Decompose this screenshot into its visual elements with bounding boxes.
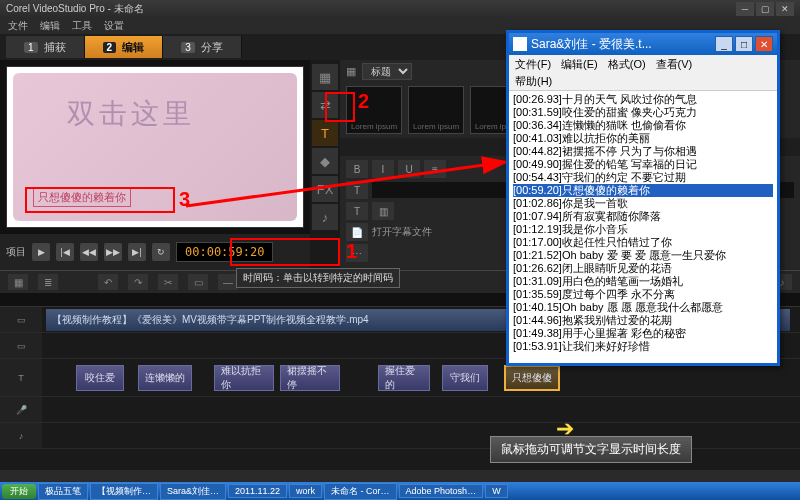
- notepad-app-icon: [513, 37, 527, 51]
- title-track-icon[interactable]: T: [0, 359, 42, 396]
- tab-capture[interactable]: 1捕获: [6, 36, 85, 58]
- rewind-button[interactable]: ◀◀: [80, 243, 98, 261]
- window-controls: ─ ▢ ✕: [736, 2, 794, 16]
- media-icon[interactable]: ▦: [312, 64, 338, 90]
- loop-button[interactable]: ↻: [152, 243, 170, 261]
- play-button[interactable]: ▶: [32, 243, 50, 261]
- lyric-line[interactable]: [00:26.93]十月的天气 风吹过你的气息: [513, 93, 773, 106]
- notepad-minimize-button[interactable]: _: [715, 36, 733, 52]
- taskbar-item[interactable]: 【视频制作…: [90, 483, 158, 500]
- lyric-line[interactable]: [01:40.15]Oh baby 愿 愿 愿意我什么都愿意: [513, 301, 773, 314]
- title-clip[interactable]: 难以抗拒你: [214, 365, 274, 391]
- notepad-window[interactable]: Sara&刘佳 - 爱很美.t... _ □ ✕ 文件(F) 编辑(E) 格式(…: [506, 30, 780, 366]
- audio-icon[interactable]: ♪: [312, 204, 338, 230]
- title-icon[interactable]: T: [312, 120, 338, 146]
- taskbar-item[interactable]: W: [485, 484, 508, 498]
- tab-edit[interactable]: 2编辑: [85, 36, 164, 58]
- lyric-line[interactable]: [00:41.03]难以抗拒你的美丽: [513, 132, 773, 145]
- lyric-line[interactable]: [01:02.86]你是我一首歌: [513, 197, 773, 210]
- preview-canvas[interactable]: 双击这里 只想傻傻的赖着你 3: [6, 66, 304, 228]
- align-button[interactable]: ≡: [424, 160, 446, 178]
- taskbar-item[interactable]: 极品五笔: [38, 483, 88, 500]
- notepad-menu-view[interactable]: 查看(V): [656, 57, 693, 72]
- text-tool-icon[interactable]: T: [346, 202, 368, 220]
- lyric-line[interactable]: [01:44.96]抱紧我别错过爱的花期: [513, 314, 773, 327]
- notepad-maximize-button[interactable]: □: [735, 36, 753, 52]
- library-category-select[interactable]: 标题: [362, 63, 412, 80]
- gallery-icon[interactable]: ▦: [346, 65, 356, 78]
- taskbar-item[interactable]: Sara&刘佳…: [160, 483, 226, 500]
- graphic-icon[interactable]: ◆: [312, 148, 338, 174]
- taskbar-item[interactable]: 2011.11.22: [228, 484, 287, 498]
- menu-edit[interactable]: 编辑: [40, 19, 60, 33]
- lyric-line[interactable]: [00:31.59]咬住爱的甜蜜 像夹心巧克力: [513, 106, 773, 119]
- redo-icon[interactable]: ↷: [128, 274, 148, 290]
- app-title: Corel VideoStudio Pro - 未命名: [6, 2, 144, 16]
- notepad-titlebar[interactable]: Sara&刘佳 - 爱很美.t... _ □ ✕: [509, 33, 777, 55]
- close-button[interactable]: ✕: [776, 2, 794, 16]
- storyboard-view-icon[interactable]: ▦: [8, 274, 28, 290]
- voice-track-icon[interactable]: 🎤: [0, 397, 42, 422]
- lyric-line[interactable]: [01:12.19]我是你小音乐: [513, 223, 773, 236]
- italic-button[interactable]: I: [372, 160, 394, 178]
- lyric-line[interactable]: [01:07.94]所有寂寞都随你降落: [513, 210, 773, 223]
- lyric-line[interactable]: [01:49.38]用手心里握著 彩色的秘密: [513, 327, 773, 340]
- lyric-line[interactable]: [00:49.90]握住爱的铅笔 写幸福的日记: [513, 158, 773, 171]
- transport-mode-label[interactable]: 项目: [6, 245, 26, 259]
- tool-icon[interactable]: ▭: [188, 274, 208, 290]
- notepad-title: Sara&刘佳 - 爱很美.t...: [531, 36, 652, 53]
- menu-tools[interactable]: 工具: [72, 19, 92, 33]
- notepad-body[interactable]: [00:26.93]十月的天气 风吹过你的气息[00:31.59]咬住爱的甜蜜 …: [509, 91, 777, 363]
- minimize-button[interactable]: ─: [736, 2, 754, 16]
- title-clip[interactable]: 裙摆摇不停: [280, 365, 340, 391]
- tool-icon[interactable]: ✂: [158, 274, 178, 290]
- lyric-line[interactable]: [00:54.43]守我们的约定 不要它过期: [513, 171, 773, 184]
- maximize-button[interactable]: ▢: [756, 2, 774, 16]
- forward-button[interactable]: ▶▶: [104, 243, 122, 261]
- lyric-line[interactable]: [01:53.91]让我们来好好珍惜: [513, 340, 773, 353]
- notepad-menu-edit[interactable]: 编辑(E): [561, 57, 598, 72]
- bold-button[interactable]: B: [346, 160, 368, 178]
- lyric-line[interactable]: [01:17.00]收起任性只怕错过了你: [513, 236, 773, 249]
- font-icon[interactable]: T: [346, 181, 368, 199]
- title-clip[interactable]: 连懒懒的: [138, 365, 192, 391]
- title-clip[interactable]: 只想傻傻: [504, 365, 560, 391]
- timeline-view-icon[interactable]: ≣: [38, 274, 58, 290]
- notepad-menu-file[interactable]: 文件(F): [515, 57, 551, 72]
- start-button[interactable]: 开始: [2, 484, 36, 499]
- lyric-line[interactable]: [01:21.52]Oh baby 爱 要 爱 愿意一生只爱你: [513, 249, 773, 262]
- undo-icon[interactable]: ↶: [98, 274, 118, 290]
- notepad-menu-help[interactable]: 帮助(H): [515, 74, 552, 89]
- zoom-slider-icon[interactable]: —: [218, 274, 238, 290]
- lyric-line[interactable]: [00:44.82]裙摆摇不停 只为了与你相遇: [513, 145, 773, 158]
- lyric-line[interactable]: [01:31.09]用白色的蜡笔画一场婚礼: [513, 275, 773, 288]
- next-button[interactable]: ▶|: [128, 243, 146, 261]
- lyric-line[interactable]: [00:59.20]只想傻傻的赖着你: [513, 184, 773, 197]
- title-clip[interactable]: 咬住爱: [76, 365, 124, 391]
- title-preset-thumb[interactable]: Lorem ipsum: [408, 86, 464, 134]
- tab-share[interactable]: 3分享: [163, 36, 242, 58]
- menu-settings[interactable]: 设置: [104, 19, 124, 33]
- menu-file[interactable]: 文件: [8, 19, 28, 33]
- filter-icon[interactable]: FX: [312, 176, 338, 202]
- music-track-icon[interactable]: ♪: [0, 423, 42, 448]
- title-clip[interactable]: 守我们: [442, 365, 488, 391]
- color-icon[interactable]: ▥: [372, 202, 394, 220]
- open-subtitle-label[interactable]: 打开字幕文件: [372, 225, 432, 239]
- notepad-close-button[interactable]: ✕: [755, 36, 773, 52]
- prev-button[interactable]: |◀: [56, 243, 74, 261]
- voice-track[interactable]: 🎤: [0, 397, 800, 423]
- lyric-line[interactable]: [01:35.59]度过每个四季 永不分离: [513, 288, 773, 301]
- lyric-line[interactable]: [00:36.34]连懒懒的猫咪 也偷偷看你: [513, 119, 773, 132]
- title-clip[interactable]: 握住爱的: [378, 365, 430, 391]
- lyric-line[interactable]: [01:26.62]闭上眼睛听见爱的花语: [513, 262, 773, 275]
- overlay-track-icon[interactable]: ▭: [0, 333, 42, 358]
- taskbar-item[interactable]: Adobe Photosh…: [399, 484, 484, 498]
- video-track-icon[interactable]: ▭: [0, 307, 42, 332]
- taskbar-item[interactable]: 未命名 - Cor…: [324, 483, 397, 500]
- underline-button[interactable]: U: [398, 160, 420, 178]
- taskbar-item[interactable]: work: [289, 484, 322, 498]
- subtitle-file-icon[interactable]: 📄: [346, 223, 368, 241]
- preview-title-placeholder[interactable]: 双击这里: [67, 95, 195, 133]
- notepad-menu-format[interactable]: 格式(O): [608, 57, 646, 72]
